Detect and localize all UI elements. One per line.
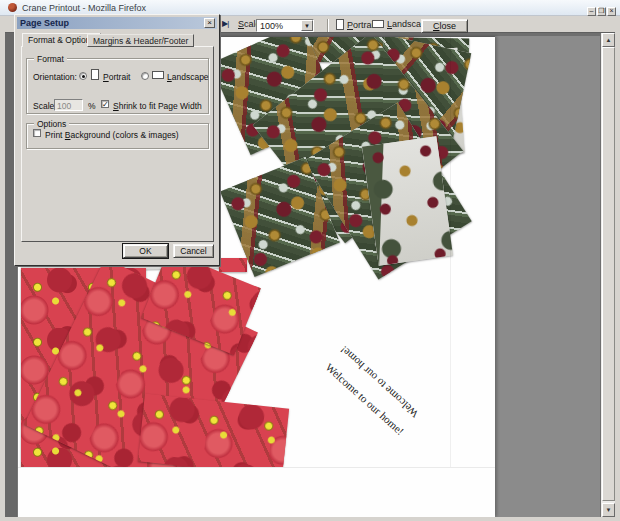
portrait-page-icon (336, 19, 344, 30)
vertical-scrollbar[interactable]: ▲ ▼ (600, 33, 615, 517)
firefox-window: Crane Printout - Mozilla Firefox – ❐ × ▶… (0, 0, 620, 521)
scale-select-value: 100% (260, 21, 283, 31)
card-fold-line (450, 37, 451, 467)
maximize-button[interactable]: ❐ (597, 7, 606, 16)
shrink-to-fit-checkbox[interactable]: ✓ (101, 100, 109, 108)
portrait-radio[interactable] (79, 72, 87, 80)
orientation-label: Orientation: (33, 72, 77, 82)
landscape-radio[interactable] (141, 72, 149, 80)
print-background-label[interactable]: Print Background (colors & images) (45, 130, 179, 140)
portrait-radio-label[interactable]: Portrait (103, 72, 130, 82)
scrollbar-thumb[interactable] (602, 47, 615, 501)
chevron-down-icon[interactable]: ▼ (301, 20, 313, 31)
shrink-to-fit-label[interactable]: Shrink to fit Page Width (113, 101, 202, 111)
dialog-title: Page Setup (20, 18, 69, 28)
landscape-radio-label[interactable]: Landscape (167, 72, 209, 82)
scroll-down-icon[interactable]: ▼ (602, 503, 615, 517)
cancel-button[interactable]: Cancel (173, 244, 214, 258)
window-controls: – ❐ × (587, 7, 616, 16)
tab-margins-header-footer[interactable]: Margins & Header/Footer (87, 34, 194, 47)
page-setup-dialog: Page Setup × Format & Options Margins & … (14, 14, 220, 266)
minimize-button[interactable]: – (587, 7, 596, 16)
ok-button[interactable]: OK (123, 244, 168, 258)
scroll-up-icon[interactable]: ▲ (602, 33, 615, 47)
options-group-legend: Options (34, 119, 69, 129)
page-blank-margin (18, 467, 495, 517)
dialog-close-icon[interactable]: × (204, 18, 215, 28)
window-title: Crane Printout - Mozilla Firefox (22, 3, 146, 13)
firefox-app-icon (8, 3, 17, 12)
scale-input[interactable]: 100 (54, 99, 83, 111)
dialog-titlebar[interactable]: Page Setup (17, 17, 217, 29)
portrait-page-icon (91, 69, 99, 80)
close-window-button[interactable]: × (607, 7, 616, 16)
last-page-icon[interactable]: ▶| (222, 19, 228, 28)
landscape-page-icon (152, 71, 164, 79)
portrait-toggle[interactable]: Portrait (336, 19, 376, 30)
print-background-checkbox[interactable] (33, 129, 41, 137)
toolbar-separator (327, 19, 328, 32)
scale-select[interactable]: 100% ▼ (256, 19, 314, 32)
poinsettia-photo-corner (219, 258, 247, 272)
close-preview-button[interactable]: Close (421, 19, 468, 33)
landscape-page-icon (372, 20, 384, 28)
percent-label: % (88, 101, 96, 111)
format-group-legend: Format (34, 54, 67, 64)
